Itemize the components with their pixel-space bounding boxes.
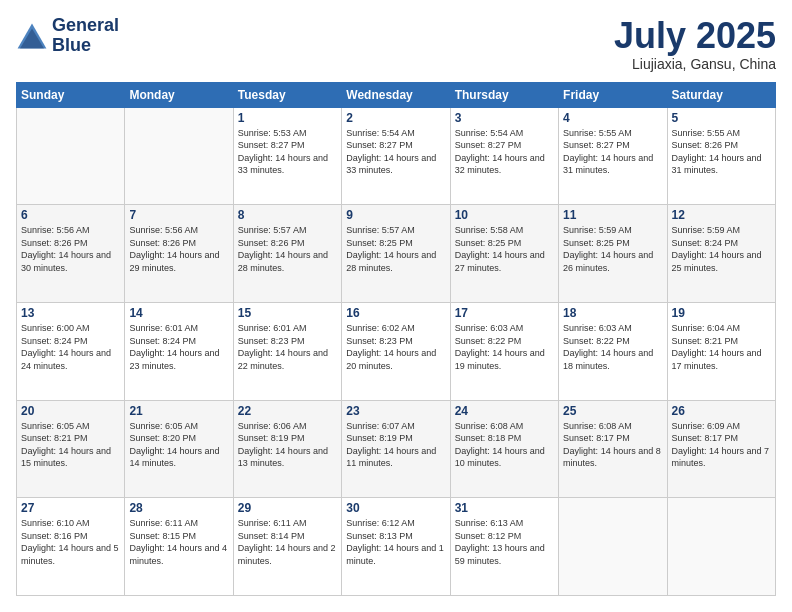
day-info: Sunrise: 6:08 AMSunset: 8:17 PMDaylight:…	[563, 420, 662, 470]
day-number: 13	[21, 306, 120, 320]
day-number: 16	[346, 306, 445, 320]
calendar-cell: 12Sunrise: 5:59 AMSunset: 8:24 PMDayligh…	[667, 205, 775, 303]
location: Liujiaxia, Gansu, China	[614, 56, 776, 72]
header-thursday: Thursday	[450, 82, 558, 107]
day-number: 15	[238, 306, 337, 320]
day-number: 29	[238, 501, 337, 515]
day-info: Sunrise: 6:01 AMSunset: 8:23 PMDaylight:…	[238, 322, 337, 372]
day-number: 31	[455, 501, 554, 515]
calendar-cell: 17Sunrise: 6:03 AMSunset: 8:22 PMDayligh…	[450, 302, 558, 400]
day-number: 12	[672, 208, 771, 222]
day-number: 14	[129, 306, 228, 320]
calendar-cell: 14Sunrise: 6:01 AMSunset: 8:24 PMDayligh…	[125, 302, 233, 400]
day-info: Sunrise: 6:09 AMSunset: 8:17 PMDaylight:…	[672, 420, 771, 470]
day-info: Sunrise: 5:56 AMSunset: 8:26 PMDaylight:…	[129, 224, 228, 274]
day-info: Sunrise: 6:05 AMSunset: 8:20 PMDaylight:…	[129, 420, 228, 470]
calendar-cell: 7Sunrise: 5:56 AMSunset: 8:26 PMDaylight…	[125, 205, 233, 303]
day-number: 6	[21, 208, 120, 222]
calendar-header-row: Sunday Monday Tuesday Wednesday Thursday…	[17, 82, 776, 107]
calendar-cell: 3Sunrise: 5:54 AMSunset: 8:27 PMDaylight…	[450, 107, 558, 205]
header-wednesday: Wednesday	[342, 82, 450, 107]
day-number: 2	[346, 111, 445, 125]
day-number: 1	[238, 111, 337, 125]
calendar-cell: 21Sunrise: 6:05 AMSunset: 8:20 PMDayligh…	[125, 400, 233, 498]
day-info: Sunrise: 5:55 AMSunset: 8:26 PMDaylight:…	[672, 127, 771, 177]
calendar-cell: 15Sunrise: 6:01 AMSunset: 8:23 PMDayligh…	[233, 302, 341, 400]
day-info: Sunrise: 6:01 AMSunset: 8:24 PMDaylight:…	[129, 322, 228, 372]
calendar-cell: 11Sunrise: 5:59 AMSunset: 8:25 PMDayligh…	[559, 205, 667, 303]
day-info: Sunrise: 6:02 AMSunset: 8:23 PMDaylight:…	[346, 322, 445, 372]
day-info: Sunrise: 6:04 AMSunset: 8:21 PMDaylight:…	[672, 322, 771, 372]
day-number: 30	[346, 501, 445, 515]
day-info: Sunrise: 6:05 AMSunset: 8:21 PMDaylight:…	[21, 420, 120, 470]
header: General Blue July 2025 Liujiaxia, Gansu,…	[16, 16, 776, 72]
day-info: Sunrise: 5:54 AMSunset: 8:27 PMDaylight:…	[455, 127, 554, 177]
week-row-5: 27Sunrise: 6:10 AMSunset: 8:16 PMDayligh…	[17, 498, 776, 596]
day-number: 22	[238, 404, 337, 418]
calendar-cell: 26Sunrise: 6:09 AMSunset: 8:17 PMDayligh…	[667, 400, 775, 498]
day-number: 17	[455, 306, 554, 320]
calendar-cell: 19Sunrise: 6:04 AMSunset: 8:21 PMDayligh…	[667, 302, 775, 400]
day-info: Sunrise: 6:08 AMSunset: 8:18 PMDaylight:…	[455, 420, 554, 470]
day-number: 4	[563, 111, 662, 125]
calendar-cell: 5Sunrise: 5:55 AMSunset: 8:26 PMDaylight…	[667, 107, 775, 205]
title-block: July 2025 Liujiaxia, Gansu, China	[614, 16, 776, 72]
calendar-cell: 18Sunrise: 6:03 AMSunset: 8:22 PMDayligh…	[559, 302, 667, 400]
header-sunday: Sunday	[17, 82, 125, 107]
calendar-cell: 13Sunrise: 6:00 AMSunset: 8:24 PMDayligh…	[17, 302, 125, 400]
day-info: Sunrise: 5:53 AMSunset: 8:27 PMDaylight:…	[238, 127, 337, 177]
calendar-cell: 4Sunrise: 5:55 AMSunset: 8:27 PMDaylight…	[559, 107, 667, 205]
calendar-cell: 9Sunrise: 5:57 AMSunset: 8:25 PMDaylight…	[342, 205, 450, 303]
calendar-cell: 6Sunrise: 5:56 AMSunset: 8:26 PMDaylight…	[17, 205, 125, 303]
day-number: 3	[455, 111, 554, 125]
day-info: Sunrise: 5:59 AMSunset: 8:24 PMDaylight:…	[672, 224, 771, 274]
day-number: 9	[346, 208, 445, 222]
week-row-1: 1Sunrise: 5:53 AMSunset: 8:27 PMDaylight…	[17, 107, 776, 205]
day-number: 5	[672, 111, 771, 125]
calendar-cell: 16Sunrise: 6:02 AMSunset: 8:23 PMDayligh…	[342, 302, 450, 400]
calendar-table: Sunday Monday Tuesday Wednesday Thursday…	[16, 82, 776, 596]
day-info: Sunrise: 6:03 AMSunset: 8:22 PMDaylight:…	[563, 322, 662, 372]
calendar-cell	[125, 107, 233, 205]
day-info: Sunrise: 6:03 AMSunset: 8:22 PMDaylight:…	[455, 322, 554, 372]
calendar-cell: 31Sunrise: 6:13 AMSunset: 8:12 PMDayligh…	[450, 498, 558, 596]
calendar-cell: 28Sunrise: 6:11 AMSunset: 8:15 PMDayligh…	[125, 498, 233, 596]
month-title: July 2025	[614, 16, 776, 56]
day-info: Sunrise: 5:58 AMSunset: 8:25 PMDaylight:…	[455, 224, 554, 274]
calendar-cell: 29Sunrise: 6:11 AMSunset: 8:14 PMDayligh…	[233, 498, 341, 596]
day-info: Sunrise: 6:07 AMSunset: 8:19 PMDaylight:…	[346, 420, 445, 470]
day-info: Sunrise: 5:57 AMSunset: 8:26 PMDaylight:…	[238, 224, 337, 274]
day-number: 24	[455, 404, 554, 418]
calendar-cell	[559, 498, 667, 596]
calendar-cell: 8Sunrise: 5:57 AMSunset: 8:26 PMDaylight…	[233, 205, 341, 303]
day-number: 25	[563, 404, 662, 418]
day-info: Sunrise: 6:11 AMSunset: 8:14 PMDaylight:…	[238, 517, 337, 567]
calendar-cell: 2Sunrise: 5:54 AMSunset: 8:27 PMDaylight…	[342, 107, 450, 205]
calendar-cell: 1Sunrise: 5:53 AMSunset: 8:27 PMDaylight…	[233, 107, 341, 205]
day-number: 27	[21, 501, 120, 515]
header-saturday: Saturday	[667, 82, 775, 107]
calendar-cell: 30Sunrise: 6:12 AMSunset: 8:13 PMDayligh…	[342, 498, 450, 596]
calendar-cell: 20Sunrise: 6:05 AMSunset: 8:21 PMDayligh…	[17, 400, 125, 498]
day-number: 23	[346, 404, 445, 418]
calendar-cell	[667, 498, 775, 596]
calendar-cell: 22Sunrise: 6:06 AMSunset: 8:19 PMDayligh…	[233, 400, 341, 498]
calendar-cell	[17, 107, 125, 205]
day-number: 18	[563, 306, 662, 320]
day-number: 19	[672, 306, 771, 320]
day-info: Sunrise: 6:13 AMSunset: 8:12 PMDaylight:…	[455, 517, 554, 567]
day-info: Sunrise: 6:11 AMSunset: 8:15 PMDaylight:…	[129, 517, 228, 567]
week-row-4: 20Sunrise: 6:05 AMSunset: 8:21 PMDayligh…	[17, 400, 776, 498]
calendar-cell: 23Sunrise: 6:07 AMSunset: 8:19 PMDayligh…	[342, 400, 450, 498]
week-row-3: 13Sunrise: 6:00 AMSunset: 8:24 PMDayligh…	[17, 302, 776, 400]
day-info: Sunrise: 6:12 AMSunset: 8:13 PMDaylight:…	[346, 517, 445, 567]
calendar-cell: 24Sunrise: 6:08 AMSunset: 8:18 PMDayligh…	[450, 400, 558, 498]
day-info: Sunrise: 6:06 AMSunset: 8:19 PMDaylight:…	[238, 420, 337, 470]
day-info: Sunrise: 6:10 AMSunset: 8:16 PMDaylight:…	[21, 517, 120, 567]
day-number: 11	[563, 208, 662, 222]
day-info: Sunrise: 5:57 AMSunset: 8:25 PMDaylight:…	[346, 224, 445, 274]
header-tuesday: Tuesday	[233, 82, 341, 107]
day-number: 21	[129, 404, 228, 418]
day-info: Sunrise: 5:59 AMSunset: 8:25 PMDaylight:…	[563, 224, 662, 274]
calendar-cell: 25Sunrise: 6:08 AMSunset: 8:17 PMDayligh…	[559, 400, 667, 498]
